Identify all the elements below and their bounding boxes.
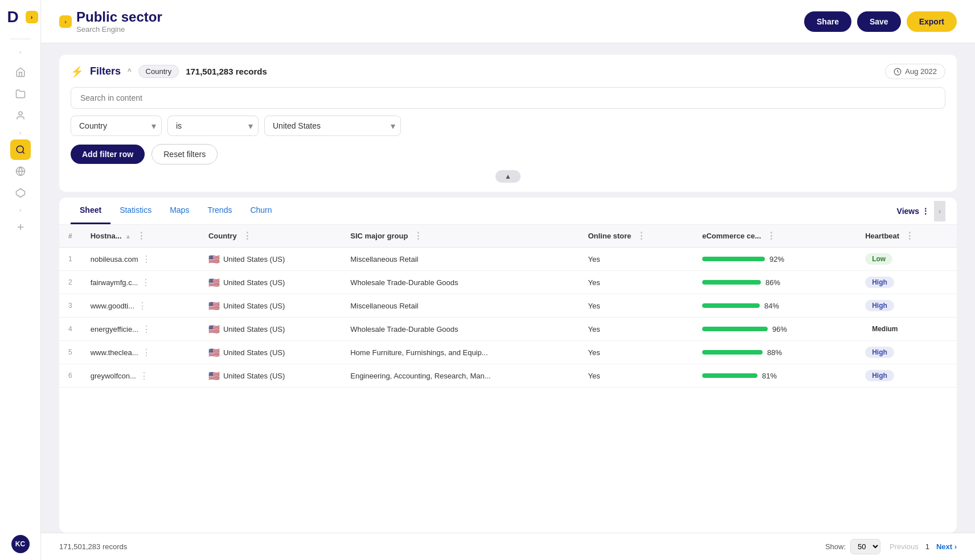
ecommerce-pct: 84% — [764, 302, 785, 310]
collapse-filters-button[interactable]: ▲ — [495, 170, 521, 183]
search-input[interactable] — [71, 87, 945, 109]
online-store-menu-icon[interactable]: ⋮ — [637, 230, 646, 241]
cell-heartbeat: High — [856, 271, 957, 294]
tab-maps[interactable]: Maps — [161, 197, 198, 224]
sidebar-item-home[interactable] — [10, 62, 31, 83]
cell-heartbeat: Medium — [856, 318, 957, 341]
cell-ecommerce: 86% — [693, 271, 856, 294]
cell-num: 5 — [59, 341, 81, 364]
country-menu-icon[interactable]: ⋮ — [243, 230, 252, 241]
hostname-sort-icon: ▲ — [125, 233, 132, 240]
avatar[interactable]: KC — [11, 535, 30, 553]
page-title: Public sector — [76, 9, 162, 25]
main-content: › Public sector Search Engine Share Save… — [41, 0, 975, 560]
row-options-icon[interactable]: ⋮ — [140, 370, 149, 381]
th-num: # — [59, 225, 81, 248]
data-table-wrap: # Hostna... ▲ ⋮ Country ⋮ — [59, 225, 957, 533]
share-button[interactable]: Share — [804, 11, 851, 32]
tabs-section: Sheet Statistics Maps Trends Churn Views… — [59, 197, 957, 225]
th-country: Country ⋮ — [199, 225, 341, 248]
th-ecommerce: eCommerce ce... ⋮ — [693, 225, 856, 248]
ecommerce-menu-icon[interactable]: ⋮ — [767, 230, 776, 241]
ecommerce-pct: 86% — [765, 278, 786, 287]
row-options-icon[interactable]: ⋮ — [142, 324, 151, 335]
sidebar-item-search[interactable] — [10, 139, 31, 160]
cell-sic: Miscellaneous Retail — [341, 248, 579, 271]
sidebar-item-add[interactable] — [10, 217, 31, 237]
filter-date-picker[interactable]: Aug 2022 — [885, 64, 945, 79]
table-body: 1 nobileusa.com ⋮ 🇺🇸 United States (US) … — [59, 248, 957, 388]
tab-trends[interactable]: Trends — [198, 197, 241, 224]
views-button[interactable]: Views ⋮ — [897, 207, 929, 216]
row-options-icon[interactable]: ⋮ — [141, 277, 150, 288]
filter-section: ⚡ Filters ^ Country 171,501,283 records … — [59, 55, 957, 192]
sidebar-item-folders[interactable] — [10, 84, 31, 104]
cell-online-store: Yes — [579, 294, 693, 318]
filter-title: Filters — [90, 65, 121, 77]
header-actions: Share Save Export — [804, 11, 957, 32]
progress-bar — [702, 303, 760, 308]
cell-country: 🇺🇸 United States (US) — [199, 341, 341, 364]
filter-country-badge[interactable]: Country — [138, 65, 179, 78]
cell-online-store: Yes — [579, 271, 693, 294]
sidebar-icons: › › — [0, 62, 40, 237]
sidebar-expand-3[interactable]: › — [19, 204, 22, 216]
breadcrumb-chevron[interactable]: › — [59, 15, 72, 28]
filter-header: ⚡ Filters ^ Country 171,501,283 records … — [71, 64, 945, 79]
sidebar-expand-2[interactable]: › — [19, 127, 22, 138]
hostname-menu-icon[interactable]: ⋮ — [137, 230, 146, 241]
save-button[interactable]: Save — [857, 11, 901, 32]
cell-hostname: energyefficie... ⋮ — [81, 318, 199, 341]
sidebar-logo: D — [3, 7, 23, 27]
add-filter-button[interactable]: Add filter row — [71, 145, 145, 164]
row-options-icon[interactable]: ⋮ — [142, 347, 151, 358]
cell-country: 🇺🇸 United States (US) — [199, 294, 341, 318]
cell-ecommerce: 88% — [693, 341, 856, 364]
filter-row: Country is United States — [71, 116, 945, 136]
sidebar-collapse-toggle[interactable]: › — [26, 11, 38, 23]
row-options-icon[interactable]: ⋮ — [138, 300, 147, 311]
progress-bar — [702, 280, 761, 285]
cell-country: 🇺🇸 United States (US) — [199, 364, 341, 388]
tabs-right: Views ⋮ › — [897, 201, 945, 221]
flag-icon: 🇺🇸 — [208, 277, 220, 288]
export-button[interactable]: Export — [907, 11, 957, 32]
filter-date-label: Aug 2022 — [905, 67, 937, 76]
cell-num: 3 — [59, 294, 81, 318]
svg-line-2 — [22, 151, 24, 153]
heartbeat-badge: High — [865, 347, 894, 358]
filter-field-select[interactable]: Country — [71, 116, 162, 136]
sidebar-item-globe[interactable] — [10, 161, 31, 182]
cell-country: 🇺🇸 United States (US) — [199, 271, 341, 294]
header: › Public sector Search Engine Share Save… — [41, 0, 975, 43]
reset-filters-button[interactable]: Reset filters — [151, 144, 218, 164]
filter-toggle-chevron[interactable]: ^ — [128, 67, 132, 76]
cell-hostname: greywolfcon... ⋮ — [81, 364, 199, 388]
progress-bar — [702, 350, 763, 355]
th-sic: SIC major group ⋮ — [341, 225, 579, 248]
tab-statistics[interactable]: Statistics — [110, 197, 161, 224]
progress-bar — [702, 327, 768, 331]
show-value-select[interactable]: 50 — [850, 539, 880, 554]
next-page-button[interactable]: Next › — [936, 542, 957, 551]
filter-operator-select[interactable]: is — [167, 116, 259, 136]
tab-sheet[interactable]: Sheet — [71, 197, 110, 224]
cell-sic: Miscellaneous Retail — [341, 294, 579, 318]
sidebar-item-users[interactable] — [10, 105, 31, 126]
tab-churn[interactable]: Churn — [241, 197, 281, 224]
row-options-icon[interactable]: ⋮ — [142, 254, 151, 265]
cell-country: 🇺🇸 United States (US) — [199, 248, 341, 271]
sic-menu-icon[interactable]: ⋮ — [413, 230, 423, 241]
sidebar-item-diamond[interactable] — [10, 183, 31, 203]
heartbeat-menu-icon[interactable]: ⋮ — [905, 230, 914, 241]
sidebar-toggle-right[interactable]: › — [934, 201, 945, 221]
data-table: # Hostna... ▲ ⋮ Country ⋮ — [59, 225, 957, 388]
cell-online-store: Yes — [579, 364, 693, 388]
heartbeat-badge: Medium — [865, 323, 904, 335]
flag-icon: 🇺🇸 — [208, 300, 220, 311]
cell-sic: Engineering, Accounting, Research, Man..… — [341, 364, 579, 388]
filter-value-select[interactable]: United States — [264, 116, 401, 136]
sidebar-expand-1[interactable]: › — [19, 46, 22, 57]
cell-sic: Wholesale Trade-Durable Goods — [341, 271, 579, 294]
svg-point-0 — [19, 112, 22, 115]
